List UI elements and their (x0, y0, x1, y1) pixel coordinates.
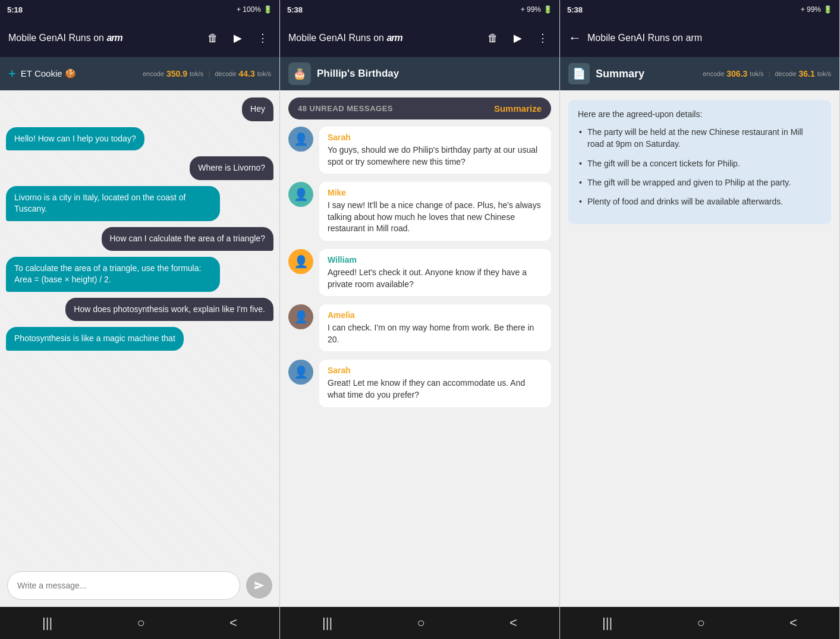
time-1: 5:18 (7, 5, 23, 14)
battery-full-icon: 🔋 (263, 5, 272, 14)
unread-count: 48 UNREAD MESSAGES (298, 104, 393, 113)
nav-back-icon-3[interactable]: < (789, 615, 797, 631)
list-item: 👤SarahGreat! Let me know if they can acc… (288, 360, 551, 407)
avatar: 👤 (288, 360, 313, 385)
battery-icon-2: 🔋 (543, 5, 552, 14)
app-bar-icons-1: 🗑 ▶ ⋮ (205, 30, 271, 46)
summary-card: Here are the agreed-upon details: The pa… (568, 100, 831, 224)
avatar: 👤 (288, 249, 313, 274)
encode-value-3: 306.3 (726, 69, 747, 78)
summary-title: Summary (596, 68, 697, 80)
messages-list: 👤SarahYo guys, should we do Philip's bir… (280, 127, 559, 607)
nav-bar-2: ||| ○ < (280, 607, 559, 639)
summary-app-bar: ← Mobile GenAI Runs on arm (560, 19, 839, 57)
nav-home-icon-3[interactable]: ○ (697, 615, 704, 631)
nav-home-icon-2[interactable]: ○ (417, 615, 424, 631)
group-header: 🎂 Phillip's Birthday (280, 57, 559, 90)
chat-message: Photosynthesis is like a magic machine t… (6, 327, 184, 351)
chat-message: Hey (242, 97, 273, 121)
delete-icon[interactable]: 🗑 (205, 30, 221, 46)
app-title-2: Mobile GenAI Runs on arm (288, 33, 479, 43)
chat-message: Livorno is a city in Italy, located on t… (6, 186, 220, 221)
message-sender: Amelia (328, 310, 543, 320)
status-bar-3: 5:38 + 99% 🔋 (560, 0, 839, 19)
summary-point: The party will be held at the new Chines… (578, 126, 822, 150)
plus-icon: + (8, 66, 16, 81)
message-sender: Sarah (328, 133, 543, 142)
message-text: I can check. I'm on my way home from wor… (328, 322, 543, 345)
message-sender: Mike (328, 188, 543, 197)
group-icon: 🎂 (288, 62, 311, 85)
more-icon[interactable]: ⋮ (254, 30, 271, 46)
chat-area: HeyHello! How can I help you today?Where… (0, 90, 279, 564)
nav-home-icon[interactable]: ○ (137, 615, 144, 631)
play-icon[interactable]: ▶ (229, 30, 246, 46)
nav-bar-1: ||| ○ < (0, 607, 279, 639)
send-button[interactable] (246, 572, 272, 599)
more-icon-2[interactable]: ⋮ (534, 30, 551, 46)
unread-bar: 48 UNREAD MESSAGES Summarize (288, 97, 551, 119)
status-icons-2: + 99% 🔋 (521, 5, 552, 14)
message-text: Agreed! Let's check it out. Anyone know … (328, 267, 543, 290)
chat-message: To calculate the area of a triangle, use… (6, 257, 220, 292)
chat-message: How can I calculate the area of a triang… (102, 227, 274, 251)
model-name: ET Cookie 🍪 (21, 68, 138, 79)
battery-icon-1: + 100% (237, 5, 261, 14)
app-bar-icons-2: 🗑 ▶ ⋮ (485, 30, 551, 46)
message-text: I say new! It'll be a nice change of pac… (328, 200, 543, 235)
decode-label-3: decode (775, 70, 796, 77)
encoding-stats: encode 350.9 tok/s | decode 44.3 tok/s (143, 69, 271, 78)
phone-panel-1: 5:18 + 100% 🔋 Mobile GenAI Runs on arm 🗑… (0, 0, 280, 639)
encode-label-3: encode (703, 70, 724, 77)
summary-intro: Here are the agreed-upon details: (578, 109, 822, 119)
list-item: 👤SarahYo guys, should we do Philip's bir… (288, 127, 551, 174)
phone-panel-3: 5:38 + 99% 🔋 ← Mobile GenAI Runs on arm … (560, 0, 840, 639)
avatar: 👤 (288, 182, 313, 207)
list-item: 👤AmeliaI can check. I'm on my way home f… (288, 304, 551, 351)
nav-back-icon[interactable]: < (229, 615, 237, 631)
phone-panel-2: 5:38 + 99% 🔋 Mobile GenAI Runs on arm 🗑 … (280, 0, 560, 639)
decode-unit-3: tok/s (817, 70, 831, 77)
app-bar-2: Mobile GenAI Runs on arm 🗑 ▶ ⋮ (280, 19, 559, 57)
avatar: 👤 (288, 127, 313, 152)
chat-message: Hello! How can I help you today? (6, 127, 144, 151)
battery-3: + 99% (801, 5, 821, 14)
message-sender: Sarah (328, 366, 543, 375)
status-icons-1: + 100% 🔋 (237, 5, 272, 14)
message-sender: William (328, 255, 543, 265)
message-bubble: MikeI say new! It'll be a nice change of… (319, 182, 551, 241)
stat-sep-3: | (769, 70, 770, 77)
nav-bar-3: ||| ○ < (560, 607, 839, 639)
message-bubble: AmeliaI can check. I'm on my way home fr… (319, 304, 551, 351)
summary-stats: encode 306.3 tok/s | decode 36.1 tok/s (703, 69, 831, 78)
message-bubble: SarahYo guys, should we do Philip's birt… (319, 127, 551, 174)
message-bubble: WilliamAgreed! Let's check it out. Anyon… (319, 249, 551, 296)
nav-recent-icon-2[interactable]: ||| (322, 615, 332, 631)
status-bar-2: 5:38 + 99% 🔋 (280, 0, 559, 19)
battery-2: + 99% (521, 5, 541, 14)
group-title: Phillip's Birthday (317, 68, 551, 80)
time-2: 5:38 (287, 5, 303, 14)
summary-header: 📄 Summary encode 306.3 tok/s | decode 36… (560, 57, 839, 90)
app-title-1: Mobile GenAI Runs on arm (8, 33, 199, 43)
message-input[interactable] (7, 571, 240, 600)
delete-icon-2[interactable]: 🗑 (485, 30, 501, 46)
summary-point: The gift will be wrapped and given to Ph… (578, 177, 822, 188)
avatar: 👤 (288, 304, 313, 329)
summarize-button[interactable]: Summarize (494, 103, 542, 114)
back-button[interactable]: ← (568, 30, 581, 46)
play-icon-2[interactable]: ▶ (509, 30, 526, 46)
message-bubble: SarahGreat! Let me know if they can acco… (319, 360, 551, 407)
summary-content: Here are the agreed-upon details: The pa… (560, 90, 839, 607)
decode-value-3: 36.1 (799, 69, 815, 78)
time-3: 5:38 (567, 5, 583, 14)
nav-back-icon-2[interactable]: < (509, 615, 517, 631)
list-item: 👤WilliamAgreed! Let's check it out. Anyo… (288, 249, 551, 296)
summary-point: The gift will be a concert tickets for P… (578, 158, 822, 169)
chat-message: Where is Livorno? (190, 156, 273, 180)
message-text: Great! Let me know if they can accommoda… (328, 377, 543, 401)
chat-message: How does photosynthesis work, explain li… (65, 298, 273, 322)
nav-recent-icon-3[interactable]: ||| (602, 615, 612, 631)
nav-recent-icon[interactable]: ||| (42, 615, 52, 631)
battery-icon-3: 🔋 (823, 5, 832, 14)
